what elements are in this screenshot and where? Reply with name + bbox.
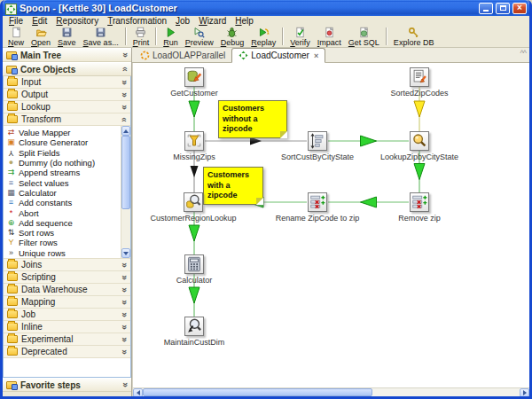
step-calculator[interactable]: Calculator [154, 254, 234, 285]
double-chevron-down-icon[interactable]: » [120, 262, 129, 268]
tab-close-icon[interactable]: × [314, 51, 318, 60]
scrollbar-track[interactable] [121, 209, 130, 248]
section-header-core-objects[interactable]: Core Objects » [3, 62, 131, 76]
list-item-add-constants[interactable]: ≡Add constants [6, 198, 121, 207]
scroll-right-button[interactable] [520, 388, 529, 397]
step-maintaincustdim[interactable]: MaintainCustDim [154, 317, 234, 347]
toolbar-button-save-as[interactable]: Save as... [81, 27, 121, 47]
toolbar-button-print[interactable]: Print [130, 27, 153, 47]
double-chevron-down-icon[interactable]: » [120, 325, 129, 330]
scroll-down-button[interactable] [121, 248, 130, 258]
double-chevron-up-icon[interactable]: » [120, 117, 129, 122]
double-chevron-down-icon[interactable]: » [121, 382, 129, 387]
step-remove-zip[interactable]: Remove zip [379, 192, 459, 223]
folder-item-inline[interactable]: Inline» [4, 321, 130, 333]
double-chevron-down-icon[interactable]: » [120, 92, 129, 98]
menu-item-transformation[interactable]: Transformation [103, 16, 171, 27]
menu-item-job[interactable]: Job [171, 16, 194, 27]
main-tree-icon [6, 51, 17, 59]
folder-item-output[interactable]: Output» [4, 89, 130, 101]
list-item-append-streams[interactable]: ⇉Append streams [6, 168, 121, 177]
transform-list-scrollbar[interactable] [121, 126, 130, 258]
double-chevron-up-icon[interactable]: » [121, 66, 129, 72]
folder-item-job[interactable]: Job» [4, 309, 130, 321]
toolbar-button-run[interactable]: Run [160, 27, 181, 47]
scrollbar-thumb[interactable] [121, 136, 130, 209]
list-item-sort-rows[interactable]: ⇅Sort rows [6, 228, 121, 238]
up-arrow-icon [123, 129, 129, 133]
step-sortcustbycitystate[interactable]: SortCustByCityState [278, 131, 357, 161]
section-header-main-tree[interactable]: Main Tree » [3, 48, 131, 62]
folder-item-lookup[interactable]: Lookup» [4, 101, 130, 113]
step-lookupzipbycitystate[interactable]: LookupZipbyCityState [379, 131, 459, 161]
toolbar-button-preview[interactable]: Preview [183, 27, 216, 47]
step-rename-zipcode-to-zip[interactable]: Rename ZipCode to zip [278, 192, 357, 223]
double-chevron-down-icon[interactable]: » [120, 337, 129, 342]
double-chevron-down-icon[interactable]: » [120, 287, 129, 293]
double-chevron-down-icon[interactable]: » [120, 80, 129, 85]
folder-item-transform[interactable]: Transform» [4, 113, 130, 126]
double-chevron-down-icon[interactable]: » [121, 52, 129, 58]
toolbar-button-debug[interactable]: Debug [218, 27, 247, 47]
folder-item-input[interactable]: Input» [4, 76, 130, 89]
list-item-unique-rows[interactable]: »Unique rows [6, 248, 121, 258]
scroll-up-button[interactable] [121, 126, 130, 136]
down-arrow-icon [123, 252, 129, 255]
list-item-calculator[interactable]: ▦Calculator [6, 188, 121, 198]
menu-item-edit[interactable]: Edit [27, 16, 51, 27]
menu-item-help[interactable]: Help [231, 16, 258, 27]
toolbar-button-get-sql[interactable]: Get SQL [346, 27, 382, 47]
toolbar-button-label: Explore DB [394, 38, 434, 47]
list-item-value-mapper[interactable]: ⇄Value Mapper [6, 128, 121, 137]
toolbar-button-open[interactable]: Open [28, 27, 53, 47]
step-sortedzipcodes[interactable]: SortedZipCodes [379, 67, 459, 98]
closure-generator-icon: ▣ [6, 138, 16, 146]
menu-item-file[interactable]: File [4, 16, 27, 27]
list-item-select-values[interactable]: ≡Select values [6, 177, 121, 187]
toolbar-button-save[interactable]: Save [55, 27, 79, 47]
folder-item-deprecated[interactable]: Deprecated» [4, 346, 130, 358]
scroll-left-button[interactable] [133, 388, 143, 397]
toolbar-button-new[interactable]: New [5, 27, 27, 47]
double-chevron-down-icon[interactable]: » [120, 300, 129, 305]
toolbar-button-explore-db[interactable]: Explore DB [391, 27, 437, 47]
folder-item-mapping[interactable]: Mapping» [4, 296, 130, 309]
folder-item-joins[interactable]: Joins» [4, 259, 130, 271]
double-chevron-down-icon[interactable]: » [120, 105, 129, 110]
title-bar: Spoon - [Kettle 30] LoadCustomer × [3, 0, 529, 16]
tab-loadolapparallel[interactable]: LoadOLAPParallel [134, 48, 231, 62]
double-chevron-down-icon[interactable]: » [120, 312, 129, 317]
folder-item-data-warehouse[interactable]: Data Warehouse» [4, 284, 130, 296]
horizontal-scrollbar[interactable] [132, 387, 529, 396]
minimize-button[interactable] [479, 3, 493, 14]
list-item-add-sequence[interactable]: ⊕Add sequence [6, 218, 121, 228]
list-item-split-fields[interactable]: YSplit Fields [6, 148, 121, 158]
section-header-favorite-steps[interactable]: Favorite steps » [3, 378, 131, 392]
double-chevron-down-icon[interactable]: » [120, 349, 129, 355]
menu-item-repository[interactable]: Repository [51, 16, 103, 27]
list-item-closure-generator[interactable]: ▣Closure Generator [6, 137, 121, 147]
toolbar-button-verify[interactable]: Verify [287, 27, 313, 47]
toolbar-button-impact[interactable]: Impact [315, 27, 344, 47]
tab-bar: LoadOLAPParallelLoadCustomer×^^ [132, 48, 529, 63]
list-item-filter-rows[interactable]: YFilter rows [6, 238, 121, 247]
folder-item-scripting[interactable]: Scripting» [4, 271, 130, 284]
transformation-canvas[interactable]: Customers without a zipcodeCustomers wit… [132, 63, 529, 387]
double-chevron-down-icon[interactable]: » [120, 275, 129, 280]
horizontal-scrollbar-track[interactable] [372, 388, 520, 396]
tab-loadcustomer[interactable]: LoadCustomer× [231, 48, 325, 63]
list-item-dummy-do-nothing[interactable]: ●Dummy (do nothing) [6, 158, 121, 168]
menu-item-wizard[interactable]: Wizard [194, 16, 231, 27]
toolbar-button-replay[interactable]: Replay [248, 27, 278, 47]
folder-item-experimental[interactable]: Experimental» [4, 333, 130, 346]
list-item-label: Append streams [19, 168, 80, 177]
horizontal-scrollbar-thumb[interactable] [143, 388, 372, 396]
maximize-button[interactable] [496, 3, 510, 14]
step-missingzips[interactable]: MissingZips [154, 131, 234, 161]
view-menu-icon[interactable]: ^^ [520, 50, 526, 58]
close-button[interactable]: × [512, 3, 527, 14]
list-item-abort[interactable]: *Abort [6, 207, 121, 217]
step-getcustomer[interactable]: GetCustomer [154, 67, 234, 98]
step-customerregionlookup[interactable]: CustomerRegionLookup [153, 192, 233, 223]
list-item-label: Split Fields [19, 148, 59, 158]
